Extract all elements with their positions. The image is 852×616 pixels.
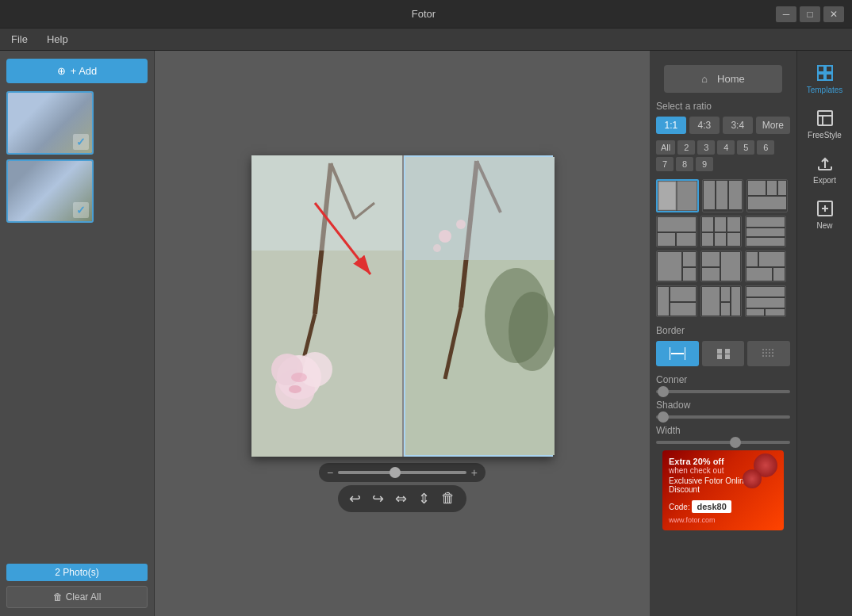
zoom-track[interactable] xyxy=(338,471,466,474)
templates-icon xyxy=(816,63,835,82)
num-3[interactable]: 3 xyxy=(697,140,715,155)
template-1[interactable] xyxy=(656,179,699,212)
svg-point-18 xyxy=(509,292,555,371)
collage-canvas[interactable] xyxy=(251,155,553,457)
templates-label: Templates xyxy=(807,86,843,94)
thumbnail-1[interactable]: ✓ xyxy=(6,91,94,155)
templates-icon-btn[interactable]: Templates xyxy=(800,57,850,101)
add-button[interactable]: ⊕ + Add xyxy=(6,59,148,83)
ratio-1-1[interactable]: 1:1 xyxy=(656,117,686,134)
corner-label: Conner xyxy=(656,374,790,385)
close-button[interactable]: ✕ xyxy=(823,6,844,22)
svg-rect-41 xyxy=(727,233,740,246)
flip-v-button[interactable]: ⇕ xyxy=(418,490,430,507)
canvas-area: − + ↩ ↪ ⇔ ⇕ 🗑 xyxy=(155,51,650,616)
border-texture[interactable] xyxy=(747,341,790,366)
ratio-3-4[interactable]: 3:4 xyxy=(723,117,753,134)
minimize-button[interactable]: ─ xyxy=(776,6,796,22)
clear-all-button[interactable]: 🗑 Clear All xyxy=(6,586,148,608)
ratio-4-3[interactable]: 4:3 xyxy=(689,117,720,134)
template-12[interactable] xyxy=(745,285,786,317)
num-6[interactable]: 6 xyxy=(757,140,774,155)
undo-button[interactable]: ↩ xyxy=(349,490,361,507)
ad-banner[interactable]: Extra 20% off when check out Exclusive F… xyxy=(662,450,784,530)
svg-rect-29 xyxy=(748,181,766,195)
svg-rect-16 xyxy=(405,157,555,260)
template-3[interactable] xyxy=(746,179,788,212)
freestyle-icon-btn[interactable]: FreeStyle xyxy=(800,102,850,146)
maximize-button[interactable]: □ xyxy=(800,6,820,22)
freestyle-label: FreeStyle xyxy=(808,131,842,140)
template-11[interactable] xyxy=(700,285,742,317)
corner-slider-track[interactable] xyxy=(656,390,790,393)
left-panel: ⊕ + Add ✓ ✓ 2 Photo(s) 🗑 Clear All xyxy=(0,51,155,616)
svg-rect-31 xyxy=(778,181,786,195)
collage-right-panel[interactable] xyxy=(404,155,553,457)
zoom-bar: − + xyxy=(319,463,485,482)
delete-button[interactable]: 🗑 xyxy=(441,490,455,507)
border-solid[interactable] xyxy=(656,341,699,366)
ad-code-label: Code: xyxy=(669,503,690,511)
svg-rect-40 xyxy=(715,233,726,246)
template-4[interactable] xyxy=(656,216,697,247)
border-label: Border xyxy=(656,325,790,336)
thumb-check-2: ✓ xyxy=(73,202,89,218)
ratio-more[interactable]: More xyxy=(756,117,790,134)
num-9[interactable]: 9 xyxy=(696,157,713,171)
flip-h-button[interactable]: ⇔ xyxy=(395,490,407,507)
template-6[interactable] xyxy=(745,216,786,247)
svg-rect-26 xyxy=(704,181,715,209)
thumbnail-2[interactable]: ✓ xyxy=(6,159,94,223)
home-button[interactable]: ⌂ Home xyxy=(664,65,782,93)
border-pattern[interactable] xyxy=(702,341,745,366)
zoom-out-icon[interactable]: − xyxy=(327,466,333,479)
svg-rect-28 xyxy=(729,181,742,209)
template-row-1 xyxy=(656,179,790,212)
num-8[interactable]: 8 xyxy=(676,157,693,171)
svg-rect-54 xyxy=(773,268,785,281)
export-label: Export xyxy=(813,176,836,185)
template-row-2 xyxy=(656,216,790,247)
width-slider-thumb[interactable] xyxy=(730,437,741,448)
svg-rect-64 xyxy=(746,309,764,316)
action-bar: ↩ ↪ ⇔ ⇕ 🗑 xyxy=(338,485,466,512)
template-2[interactable] xyxy=(702,179,743,212)
num-2[interactable]: 2 xyxy=(677,140,695,155)
zoom-in-icon[interactable]: + xyxy=(471,466,478,479)
menu-help[interactable]: Help xyxy=(42,32,73,47)
collage-left-panel[interactable] xyxy=(251,155,402,457)
menu-file[interactable]: File xyxy=(6,32,33,47)
select-ratio-label: Select a ratio xyxy=(656,101,790,112)
corner-slider-thumb[interactable] xyxy=(658,386,669,397)
template-5[interactable] xyxy=(700,216,742,247)
svg-rect-42 xyxy=(746,217,785,227)
svg-rect-60 xyxy=(721,303,730,316)
corner-section: Conner xyxy=(656,374,790,393)
template-10[interactable] xyxy=(656,285,697,317)
svg-rect-36 xyxy=(702,217,713,231)
svg-rect-77 xyxy=(826,66,832,72)
zoom-thumb[interactable] xyxy=(390,467,401,478)
redo-button[interactable]: ↪ xyxy=(372,490,384,507)
new-icon-btn[interactable]: New xyxy=(800,193,850,236)
svg-rect-25 xyxy=(677,182,697,210)
svg-rect-32 xyxy=(748,197,786,209)
num-7[interactable]: 7 xyxy=(656,157,674,171)
svg-point-9 xyxy=(291,373,307,382)
shadow-slider-thumb[interactable] xyxy=(658,411,669,423)
svg-rect-43 xyxy=(746,228,785,236)
template-8[interactable] xyxy=(700,251,742,282)
svg-rect-38 xyxy=(727,217,740,231)
template-9[interactable] xyxy=(745,251,786,282)
shadow-slider-track[interactable] xyxy=(656,415,790,419)
svg-rect-61 xyxy=(731,287,740,316)
width-slider-track[interactable] xyxy=(656,441,790,444)
export-icon-btn[interactable]: Export xyxy=(800,147,850,191)
svg-rect-24 xyxy=(658,182,676,210)
svg-rect-79 xyxy=(826,74,832,80)
num-4[interactable]: 4 xyxy=(717,140,735,155)
num-all[interactable]: All xyxy=(656,140,675,155)
num-5[interactable]: 5 xyxy=(737,140,754,155)
template-7[interactable] xyxy=(656,251,697,282)
svg-rect-59 xyxy=(721,287,730,301)
